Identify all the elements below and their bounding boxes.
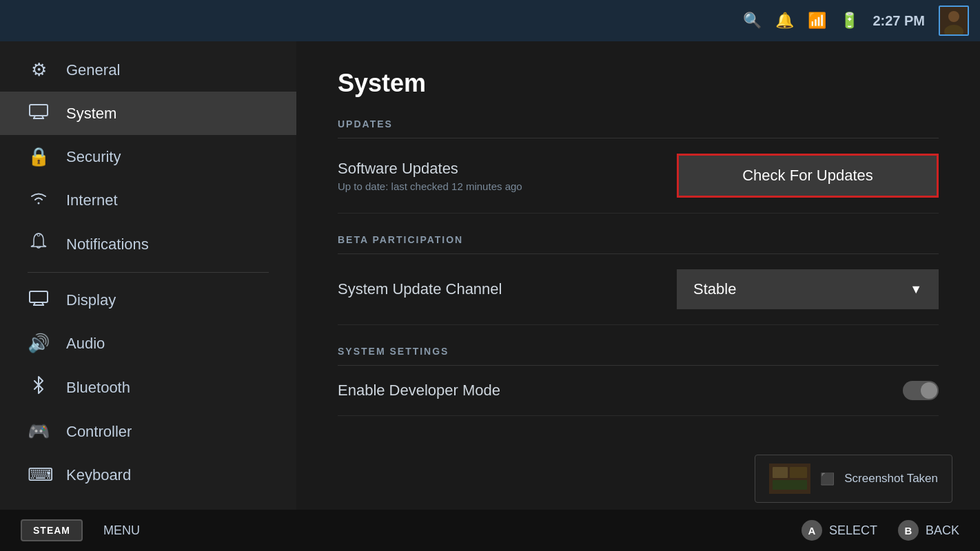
sidebar-item-bluetooth[interactable]: Bluetooth (0, 365, 296, 410)
controller-icon: 🎮 (28, 421, 50, 442)
steam-button[interactable]: STEAM (21, 519, 83, 541)
topbar: 🔍 🔔 📶 🔋 2:27 PM (0, 0, 980, 41)
screenshot-label: Screenshot Taken (844, 472, 938, 486)
sidebar: ⚙ General System 🔒 Security (0, 41, 296, 510)
svg-rect-8 (30, 291, 48, 302)
sidebar-label-keyboard: Keyboard (66, 466, 131, 484)
back-label: BACK (926, 523, 959, 538)
a-button[interactable]: A (802, 520, 822, 541)
keyboard-icon: ⌨ (28, 464, 50, 486)
software-updates-left: Software Updates Up to date: last checke… (338, 160, 522, 192)
gear-icon: ⚙ (28, 59, 50, 81)
sidebar-label-audio: Audio (66, 335, 105, 353)
dev-mode-toggle[interactable] (903, 381, 939, 400)
toggle-knob (921, 382, 937, 399)
select-action: A SELECT (802, 520, 877, 541)
b-button[interactable]: B (898, 520, 919, 541)
sidebar-item-audio[interactable]: 🔊 Audio (0, 322, 296, 365)
dev-mode-row: Enable Developer Mode (338, 366, 939, 416)
sidebar-item-notifications[interactable]: Notifications (0, 222, 296, 267)
sidebar-item-display[interactable]: Display (0, 278, 296, 322)
main-layout: ⚙ General System 🔒 Security (0, 41, 980, 510)
avatar[interactable] (939, 6, 969, 36)
updates-section-header: UPDATES (338, 118, 939, 138)
sidebar-item-keyboard[interactable]: ⌨ Keyboard (0, 453, 296, 497)
monitor-icon (28, 103, 50, 124)
bluetooth-icon (28, 376, 50, 399)
software-updates-label: Software Updates (338, 160, 522, 178)
check-updates-button[interactable]: Check For Updates (677, 154, 939, 198)
sidebar-item-security[interactable]: 🔒 Security (0, 135, 296, 178)
lock-icon: 🔒 (28, 146, 50, 167)
updates-status-text: Up to date: last checked 12 minutes ago (338, 180, 522, 192)
page-title: System (338, 69, 939, 98)
bottombar: STEAM MENU A SELECT B BACK (0, 510, 980, 551)
update-channel-dropdown[interactable]: Stable ▼ (677, 269, 939, 309)
display-icon (28, 289, 50, 311)
svg-rect-13 (773, 467, 788, 478)
bottombar-right: A SELECT B BACK (802, 520, 959, 541)
svg-rect-3 (30, 105, 48, 116)
back-action: B BACK (898, 520, 959, 541)
cast-icon[interactable]: 📶 (808, 12, 826, 30)
svg-rect-15 (773, 480, 807, 490)
battery-icon: 🔋 (840, 12, 859, 30)
system-settings-section-header: SYSTEM SETTINGS (338, 346, 939, 366)
sidebar-label-controller: Controller (66, 423, 132, 441)
menu-label: MENU (103, 523, 140, 538)
update-channel-row: System Update Channel Stable ▼ (338, 254, 939, 325)
select-label: SELECT (829, 523, 877, 538)
update-channel-left: System Update Channel (338, 280, 502, 298)
sidebar-label-bluetooth: Bluetooth (66, 379, 130, 397)
clock: 2:27 PM (872, 13, 925, 29)
dev-mode-left: Enable Developer Mode (338, 382, 500, 399)
screenshot-notification: ⬛ Screenshot Taken (755, 455, 952, 503)
sidebar-label-security: Security (66, 148, 121, 166)
search-icon[interactable]: 🔍 (743, 12, 762, 30)
content-area: System UPDATES Software Updates Up to da… (296, 41, 980, 510)
svg-point-1 (948, 11, 959, 22)
sidebar-label-display: Display (66, 291, 116, 309)
software-updates-row: Software Updates Up to date: last checke… (338, 138, 939, 214)
channel-value: Stable (693, 280, 736, 298)
sidebar-item-controller[interactable]: 🎮 Controller (0, 410, 296, 453)
update-channel-label: System Update Channel (338, 280, 502, 298)
dev-mode-label: Enable Developer Mode (338, 382, 500, 399)
chevron-down-icon: ▼ (910, 282, 922, 297)
screenshot-thumbnail (769, 464, 810, 494)
svg-rect-14 (790, 467, 807, 478)
wifi-icon (28, 189, 50, 211)
notification-icon[interactable]: 🔔 (775, 12, 794, 30)
sidebar-label-system: System (66, 105, 116, 123)
audio-icon: 🔊 (28, 333, 50, 354)
sidebar-item-internet[interactable]: Internet (0, 178, 296, 222)
sidebar-label-notifications: Notifications (66, 236, 149, 253)
sidebar-divider (28, 272, 269, 273)
beta-section-header: BETA PARTICIPATION (338, 234, 939, 254)
screenshot-icon: ⬛ (820, 472, 835, 486)
bell-icon (28, 233, 50, 256)
sidebar-label-general: General (66, 61, 120, 79)
sidebar-item-system[interactable]: System (0, 92, 296, 135)
sidebar-label-internet: Internet (66, 191, 118, 209)
sidebar-item-general[interactable]: ⚙ General (0, 48, 296, 92)
